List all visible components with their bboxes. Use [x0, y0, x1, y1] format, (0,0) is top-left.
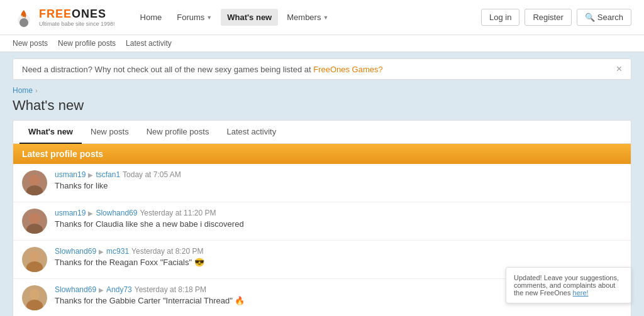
breadcrumb-separator: ›	[35, 87, 38, 94]
post-from-user[interactable]: Slowhand69	[55, 285, 96, 294]
nav-right-actions: Log in Register 🔍 Search	[481, 9, 631, 26]
svg-point-6	[30, 251, 40, 262]
post-emoji: 🔥	[235, 296, 245, 305]
nav-forums[interactable]: Forums ▼	[170, 9, 218, 26]
page-title: What's new	[13, 97, 631, 114]
nav-home[interactable]: Home	[134, 9, 169, 26]
post-text: Thanks for like	[55, 181, 181, 190]
post-from-user[interactable]: usman19	[55, 170, 86, 179]
avatar	[22, 247, 47, 272]
breadcrumb-home[interactable]: Home	[13, 86, 33, 95]
tooltip-link[interactable]: here!	[573, 289, 589, 297]
avatar	[22, 209, 47, 234]
svg-point-5	[26, 224, 43, 234]
forums-arrow-icon: ▼	[206, 14, 212, 21]
nav-whats-new[interactable]: What's new	[221, 9, 278, 26]
search-button[interactable]: 🔍 Search	[577, 9, 631, 26]
post-direction-icon: ▶	[99, 286, 104, 293]
svg-point-8	[30, 289, 40, 300]
subnav-latest-activity[interactable]: Latest activity	[126, 38, 172, 49]
tooltip-text: Updated! Leave your suggestions, comment…	[514, 274, 619, 297]
avatar	[22, 285, 47, 310]
logo-tagline: Ultimate babe site since 1998!	[39, 21, 115, 27]
top-nav: FREEONES Ultimate babe site since 1998! …	[0, 0, 644, 35]
banner-close-button[interactable]: ×	[616, 64, 622, 74]
main-navigation: Home Forums ▼ What's new Members ▼	[134, 9, 481, 26]
post-time: Today at 7:05 AM	[123, 170, 181, 179]
content-tabs: What's new New posts New profile posts L…	[13, 120, 631, 144]
sub-navigation: New posts New profile posts Latest activ…	[0, 35, 644, 52]
post-text: Thanks for Claudia like she a new babe i…	[55, 219, 244, 229]
avatar	[22, 170, 47, 195]
tab-new-profile-posts[interactable]: New profile posts	[138, 121, 218, 144]
post-direction-icon: ▶	[88, 172, 93, 178]
list-item: usman19 ▶ Slowhand69 Yesterday at 11:20 …	[13, 202, 631, 241]
promo-banner: Need a distraction? Why not check out al…	[13, 58, 631, 80]
post-to-user[interactable]: Andy73	[106, 285, 132, 294]
post-direction-icon: ▶	[99, 248, 104, 255]
svg-point-4	[29, 213, 40, 224]
tab-new-posts[interactable]: New posts	[82, 121, 138, 144]
post-emoji: 😎	[194, 258, 204, 267]
svg-point-2	[29, 175, 40, 186]
post-time: Yesterday at 8:18 PM	[135, 285, 206, 294]
logo-icon	[13, 6, 35, 29]
post-to-user[interactable]: mc931	[106, 247, 129, 256]
feedback-tooltip: Updated! Leave your suggestions, comment…	[506, 267, 631, 303]
banner-text: Need a distraction? Why not check out al…	[22, 65, 313, 74]
svg-point-1	[19, 18, 28, 27]
post-time: Yesterday at 8:20 PM	[131, 247, 203, 256]
svg-point-3	[26, 185, 43, 195]
search-icon: 🔍	[585, 13, 595, 22]
post-direction-icon: ▶	[88, 210, 93, 217]
post-text: Thanks for the Gabbie Carter "Interracia…	[55, 296, 245, 305]
post-from-user[interactable]: usman19	[55, 209, 86, 217]
members-arrow-icon: ▼	[323, 14, 328, 21]
post-text: Thanks for the Reagan Foxx "Facials" 😎	[55, 258, 204, 267]
post-to-user[interactable]: tscfan1	[96, 170, 120, 179]
subnav-new-profile-posts[interactable]: New profile posts	[58, 38, 116, 49]
post-to-user[interactable]: Slowhand69	[96, 209, 137, 217]
nav-members[interactable]: Members ▼	[280, 9, 335, 26]
section-header: Latest profile posts	[13, 144, 631, 164]
banner-link[interactable]: FreeOnes Games?	[313, 65, 383, 74]
list-item: usman19 ▶ tscfan1 Today at 7:05 AM Thank…	[13, 164, 631, 202]
breadcrumb: Home ›	[13, 86, 631, 95]
tab-latest-activity[interactable]: Latest activity	[218, 121, 285, 144]
logo-brand: FREEONES	[39, 8, 115, 21]
svg-point-9	[26, 300, 43, 310]
logo: FREEONES Ultimate babe site since 1998!	[13, 6, 115, 29]
login-button[interactable]: Log in	[481, 9, 519, 26]
post-time: Yesterday at 11:20 PM	[140, 209, 216, 217]
svg-point-7	[26, 261, 43, 272]
tab-whats-new[interactable]: What's new	[19, 121, 82, 144]
logo-text: FREEONES Ultimate babe site since 1998!	[39, 8, 115, 27]
post-from-user[interactable]: Slowhand69	[55, 247, 96, 256]
register-button[interactable]: Register	[525, 9, 571, 26]
subnav-new-posts[interactable]: New posts	[13, 38, 48, 49]
